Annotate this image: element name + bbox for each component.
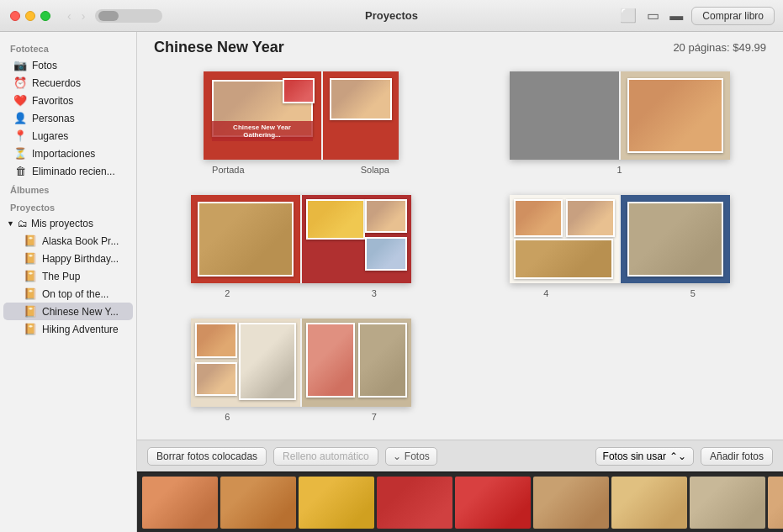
projects-section-label: Proyectos (0, 198, 136, 215)
sidebar-item-favoritos[interactable]: ❤️ Favoritos (3, 92, 133, 109)
pup-book-icon: 📔 (24, 270, 37, 282)
page45-labels: 4 5 (473, 288, 766, 298)
minimize-button[interactable] (25, 11, 35, 21)
zoom-slider-thumb (98, 11, 119, 21)
flap-page (323, 71, 399, 160)
chineseny-book-icon: 📔 (24, 305, 37, 318)
sidebar-item-birthday[interactable]: 📔 Happy Birthday... (3, 250, 133, 267)
p6-photo2 (195, 362, 237, 396)
page23-spread[interactable]: 2 3 (154, 195, 447, 298)
cover-page: Chinese New Year Gathering... (204, 71, 321, 160)
filmstrip-thumb-1[interactable] (142, 477, 218, 529)
sidebar: Fototeca 📷 Fotos ⏰ Recuerdos ❤️ Favorito… (0, 32, 137, 532)
sidebar-item-recuerdos[interactable]: ⏰ Recuerdos (3, 74, 133, 92)
cover-spread[interactable]: Chinese New Year Gathering... Portada So… (154, 71, 447, 175)
page67-spread[interactable]: 6 7 (154, 319, 447, 422)
filmstrip-thumb-4[interactable] (377, 477, 452, 529)
filmstrip-thumb-6[interactable] (533, 477, 609, 529)
content-header: Chinese New Year 20 páginas: $49.99 (137, 32, 783, 63)
sidebar-item-hiking[interactable]: 📔 Hiking Adventure (3, 320, 133, 338)
folder-chevron-icon: ▼ (7, 219, 14, 228)
relleno-button[interactable]: Relleno automático (273, 447, 378, 466)
close-button[interactable] (10, 11, 20, 21)
borrar-fotos-button[interactable]: Borrar fotos colocadas (147, 447, 267, 466)
sidebar-personas-label: Personas (32, 113, 75, 124)
page3-label: 3 (372, 288, 377, 298)
mis-proyectos-folder[interactable]: ▼ 🗂 Mis proyectos (0, 215, 136, 232)
page-4 (510, 195, 619, 283)
sidebar-item-fotos[interactable]: 📷 Fotos (3, 56, 133, 74)
page45-spread[interactable]: 4 5 (473, 195, 766, 298)
p5-photo (627, 202, 723, 277)
ontop-book-icon: 📔 (24, 287, 37, 300)
blank-page (510, 71, 619, 160)
hiking-book-icon: 📔 (24, 323, 37, 335)
filmstrip-thumb-9[interactable] (768, 477, 783, 529)
fotos-sin-usar-chevron-icon: ⌃⌄ (669, 450, 686, 462)
p1-photo (627, 78, 723, 153)
buy-button[interactable]: Comprar libro (691, 7, 775, 25)
forward-button[interactable]: › (78, 8, 89, 24)
filmstrip-thumb-7[interactable] (611, 477, 687, 529)
sidebar-pup-label: The Pup (42, 271, 80, 282)
p4-photo1 (514, 199, 563, 237)
page67-labels: 6 7 (154, 412, 447, 422)
sidebar-item-lugares[interactable]: 📍 Lugares (3, 127, 133, 145)
p2-photo (198, 202, 294, 277)
page1-book-spread (510, 71, 730, 160)
p3-photo2 (365, 199, 407, 233)
cover-label: Portada (212, 165, 245, 175)
sidebar-alaska-label: Alaska Book Pr... (42, 235, 119, 247)
traffic-lights (10, 11, 50, 21)
fotos-sin-usar-dropdown[interactable]: Fotos sin usar ⌃⌄ (595, 447, 694, 466)
filmstrip-thumb-5[interactable] (455, 477, 531, 529)
zoom-slider[interactable] (95, 9, 162, 23)
sidebar-ontop-label: On top of the... (42, 288, 108, 300)
sidebar-recuerdos-label: Recuerdos (32, 77, 81, 89)
sidebar-item-chineseny[interactable]: 📔 Chinese New Y... (3, 303, 133, 320)
sidebar-item-alaska[interactable]: 📔 Alaska Book Pr... (3, 232, 133, 250)
window-title: Proyectos (365, 9, 418, 22)
sidebar-importaciones-label: Importaciones (32, 148, 95, 160)
sidebar-item-personas[interactable]: 👤 Personas (3, 109, 133, 127)
mis-proyectos-label: Mis proyectos (31, 218, 93, 229)
titlebar: ‹ › Proyectos ⬜ ▭ ▬ Comprar libro (0, 0, 783, 32)
cover-labels: Portada Solapa (154, 165, 447, 175)
sidebar-item-ontop[interactable]: 📔 On top of the... (3, 285, 133, 303)
albums-section-label: Álbumes (0, 180, 136, 198)
page1-spread[interactable]: 1 (473, 71, 766, 175)
anadir-fotos-button[interactable]: Añadir fotos (701, 447, 773, 466)
back-button[interactable]: ‹ (64, 8, 75, 24)
sidebar-item-pup[interactable]: 📔 The Pup (3, 267, 133, 285)
main-layout: Fototeca 📷 Fotos ⏰ Recuerdos ❤️ Favorito… (0, 32, 783, 532)
alaska-book-icon: 📔 (24, 234, 37, 247)
page-6 (191, 319, 300, 407)
page1-labels: 1 (473, 165, 766, 175)
fotos-icon: 📷 (13, 59, 27, 71)
filmstrip-thumb-2[interactable] (220, 477, 296, 529)
view-icon[interactable]: ▬ (668, 7, 685, 25)
fotos-dropdown[interactable]: ⌄ Fotos (385, 447, 437, 466)
sidebar-birthday-label: Happy Birthday... (42, 253, 119, 265)
page23-labels: 2 3 (154, 288, 447, 298)
filmstrip-thumb-3[interactable] (299, 477, 374, 529)
library-section-label: Fototeca (0, 39, 136, 56)
filmstrip-thumb-8[interactable] (690, 477, 765, 529)
book-grid: Chinese New Year Gathering... Portada So… (137, 63, 783, 440)
page-1 (621, 71, 730, 160)
sidebar-item-eliminado[interactable]: 🗑 Eliminado recien... (3, 162, 133, 180)
page-3 (302, 195, 411, 283)
sidebar-hiking-label: Hiking Adventure (42, 324, 119, 335)
nav-buttons: ‹ › (64, 8, 88, 24)
fotos-sin-usar-label: Fotos sin usar (603, 450, 666, 462)
export-icon[interactable]: ⬜ (618, 6, 638, 25)
sidebar-item-importaciones[interactable]: ⏳ Importaciones (3, 145, 133, 162)
page-7 (302, 319, 411, 407)
slideshow-icon[interactable]: ▭ (645, 6, 661, 25)
eliminado-icon: 🗑 (13, 165, 27, 177)
cover-book-spread: Chinese New Year Gathering... (204, 71, 399, 160)
dropdown-arrow-icon: ⌄ (393, 450, 401, 462)
birthday-book-icon: 📔 (24, 252, 37, 265)
maximize-button[interactable] (40, 11, 50, 21)
content-area: Chinese New Year 20 páginas: $49.99 Chin… (137, 32, 783, 532)
